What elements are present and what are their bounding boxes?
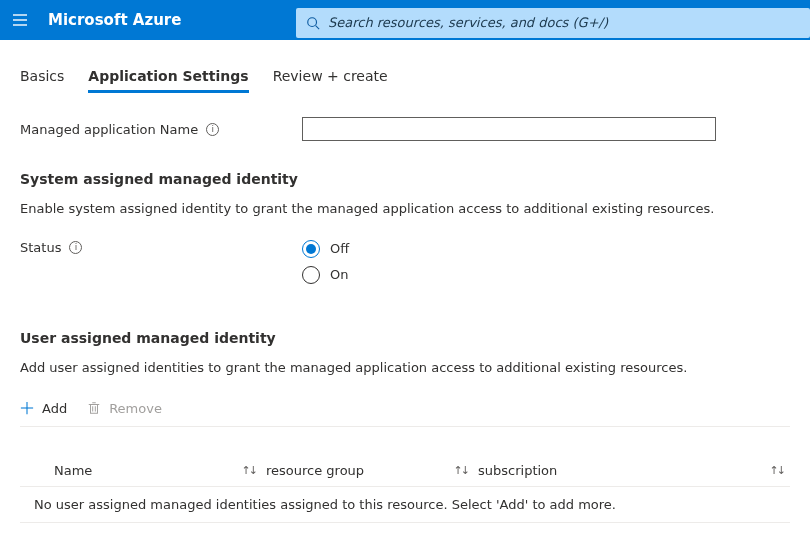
user-identity-heading: User assigned managed identity: [20, 330, 790, 346]
remove-button-label: Remove: [109, 401, 162, 416]
col-name[interactable]: Name ↑↓: [54, 463, 266, 478]
search-icon: [306, 16, 320, 30]
tab-application-settings[interactable]: Application Settings: [88, 68, 248, 93]
sort-icon[interactable]: ↑↓: [454, 464, 468, 477]
tab-strip: Basics Application Settings Review + cre…: [20, 68, 790, 93]
status-option-label: Off: [330, 241, 349, 256]
status-label-wrap: Status i: [20, 240, 302, 255]
identity-table: Name ↑↓ resource group ↑↓ subscription ↑…: [20, 463, 790, 523]
svg-line-4: [316, 25, 320, 29]
status-options: Off On: [302, 240, 349, 284]
identity-toolbar: Add Remove: [20, 401, 790, 427]
sort-icon[interactable]: ↑↓: [242, 464, 256, 477]
status-radio-off[interactable]: Off: [302, 240, 349, 258]
radio-icon: [302, 266, 320, 284]
svg-rect-7: [91, 405, 98, 414]
search-box[interactable]: [296, 8, 810, 38]
add-button-label: Add: [42, 401, 67, 416]
tab-review-create[interactable]: Review + create: [273, 68, 388, 93]
top-header: Microsoft Azure: [0, 0, 810, 40]
table-empty-message: No user assigned managed identities assi…: [20, 487, 790, 523]
col-sub-label: subscription: [478, 463, 557, 478]
user-identity-desc: Add user assigned identities to grant th…: [20, 360, 790, 377]
status-option-label: On: [330, 267, 348, 282]
trash-icon: [87, 401, 101, 415]
tab-basics[interactable]: Basics: [20, 68, 64, 93]
svg-point-3: [308, 17, 317, 26]
col-subscription[interactable]: subscription ↑↓: [478, 463, 790, 478]
col-name-label: Name: [54, 463, 92, 478]
plus-icon: [20, 401, 34, 415]
search-container: [296, 3, 810, 38]
col-resource-group[interactable]: resource group ↑↓: [266, 463, 478, 478]
main-content: Basics Application Settings Review + cre…: [0, 68, 810, 523]
add-button[interactable]: Add: [20, 401, 67, 416]
system-identity-heading: System assigned managed identity: [20, 171, 790, 187]
table-header: Name ↑↓ resource group ↑↓ subscription ↑…: [20, 463, 790, 487]
managed-app-name-label: Managed application Name: [20, 122, 198, 137]
managed-app-name-input[interactable]: [302, 117, 716, 141]
radio-icon: [302, 240, 320, 258]
menu-icon[interactable]: [0, 0, 40, 40]
status-row: Status i Off On: [20, 240, 790, 284]
col-rg-label: resource group: [266, 463, 364, 478]
status-label: Status: [20, 240, 61, 255]
remove-button: Remove: [87, 401, 162, 416]
search-input[interactable]: [328, 15, 800, 30]
managed-app-name-label-wrap: Managed application Name i: [20, 122, 302, 137]
info-icon[interactable]: i: [69, 241, 82, 254]
info-icon[interactable]: i: [206, 123, 219, 136]
system-identity-desc: Enable system assigned identity to grant…: [20, 201, 790, 218]
sort-icon[interactable]: ↑↓: [770, 464, 784, 477]
brand-label: Microsoft Azure: [48, 11, 181, 29]
managed-app-name-row: Managed application Name i: [20, 117, 790, 141]
status-radio-on[interactable]: On: [302, 266, 349, 284]
